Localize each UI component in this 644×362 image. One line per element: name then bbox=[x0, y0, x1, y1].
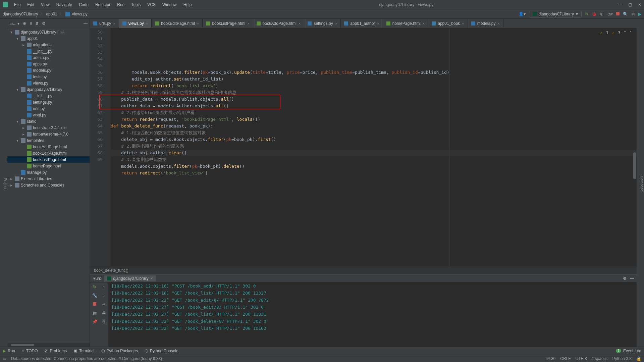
tree-item[interactable]: admin.py bbox=[7, 54, 90, 61]
code-line[interactable]: publish_data = models.Publish.objects.al… bbox=[111, 96, 637, 103]
run-tab-button[interactable]: ▶Run bbox=[3, 349, 15, 353]
tree-item[interactable]: ▾app01 bbox=[7, 35, 90, 42]
console-line[interactable]: [18/Dec/2022 12:02:27] "POST /book_edit/… bbox=[111, 304, 634, 311]
tree-arrow-icon[interactable]: ▸ bbox=[9, 176, 13, 181]
close-icon[interactable]: × bbox=[197, 21, 199, 25]
tools-icon[interactable]: 🔧 bbox=[92, 293, 97, 298]
close-icon[interactable]: × bbox=[497, 21, 499, 25]
code-line[interactable]: # 1.根据匹配到的数据主键值查询数据对象 bbox=[111, 130, 637, 136]
close-icon[interactable]: × bbox=[151, 276, 153, 281]
wrap-icon[interactable]: ↵ bbox=[102, 302, 106, 307]
profile-icon[interactable]: ◔▾ bbox=[607, 12, 613, 16]
breadcrumb[interactable]: app01 bbox=[46, 12, 57, 16]
tree-arrow-icon[interactable]: ▾ bbox=[15, 36, 19, 41]
code-breadcrumb[interactable]: book_delete_func() bbox=[90, 266, 637, 274]
tree-item[interactable]: ▾templates bbox=[7, 137, 90, 144]
code-line[interactable]: delete_obj.author.clear() bbox=[111, 150, 637, 156]
tree-item[interactable]: ▾djangoday07Library F:\A bbox=[7, 29, 90, 35]
tree-item[interactable]: urls.py bbox=[7, 105, 90, 112]
tree-arrow-icon[interactable]: ▸ bbox=[9, 183, 13, 188]
project-tree[interactable]: ▾djangoday07Library F:\A▾app01▸migration… bbox=[7, 28, 90, 343]
close-icon[interactable]: × bbox=[335, 21, 337, 25]
code-line[interactable]: models.Book.objects.filter(pk=book_pk).u… bbox=[111, 69, 637, 76]
run-console-output[interactable]: [18/Dec/2022 12:02:16] "POST /book_add/ … bbox=[109, 282, 637, 347]
debug-icon[interactable]: 🐞 bbox=[592, 12, 597, 16]
tree-arrow-icon[interactable]: ▸ bbox=[21, 43, 25, 47]
menu-view[interactable]: View bbox=[38, 2, 52, 8]
stop-icon[interactable] bbox=[93, 302, 96, 307]
tree-item[interactable]: homePage.html bbox=[7, 163, 90, 169]
tree-arrow-icon[interactable]: ▾ bbox=[15, 87, 19, 92]
python-interpreter[interactable]: Python 3.8 bbox=[612, 356, 632, 361]
python-packages-tab-button[interactable]: ⬡Python Packages bbox=[101, 349, 138, 353]
console-line[interactable]: [18/Dec/2022 12:02:22] "GET /book_edit/8… bbox=[111, 297, 634, 304]
tree-arrow-icon[interactable]: ▾ bbox=[15, 138, 19, 143]
code-line[interactable]: author_data = models.Author.objects.all(… bbox=[111, 103, 637, 109]
menu-refactor[interactable]: Refactor bbox=[93, 2, 113, 8]
caret-position[interactable]: 64:30 bbox=[545, 356, 555, 361]
breadcrumb[interactable]: views.py bbox=[72, 12, 88, 16]
close-icon[interactable]: × bbox=[299, 21, 301, 25]
menu-vcs[interactable]: VCS bbox=[145, 2, 158, 8]
tree-arrow-icon[interactable]: ▸ bbox=[21, 132, 25, 137]
menu-run[interactable]: Run bbox=[114, 2, 127, 8]
menu-help[interactable]: Help bbox=[181, 2, 195, 8]
down-icon[interactable]: ↓ bbox=[103, 293, 105, 298]
pin-icon[interactable]: 📌 bbox=[92, 319, 97, 324]
menu-file[interactable]: File bbox=[11, 2, 23, 8]
python-console-tab-button[interactable]: ⬡Python Console bbox=[145, 349, 178, 353]
menu-navigate[interactable]: Navigate bbox=[54, 2, 75, 8]
code-line[interactable]: # 3.根据分析可得，编辑页面也需要出版社信息和作者信息 bbox=[111, 89, 637, 96]
maximize-icon[interactable]: ▢ bbox=[628, 2, 632, 7]
settings-icon[interactable]: ⚙ bbox=[631, 12, 635, 16]
target-icon[interactable]: ⊕ bbox=[23, 21, 26, 26]
editor-tab[interactable]: bookListPage.html× bbox=[203, 19, 253, 28]
editor-tab[interactable]: urls.py× bbox=[90, 19, 119, 28]
editor-tab[interactable]: models.py× bbox=[468, 19, 503, 28]
console-line[interactable]: [18/Dec/2022 12:02:16] "GET /book_list/ … bbox=[111, 290, 634, 297]
code-line[interactable]: models.Book.objects.filter(pk=book_pk).d… bbox=[111, 163, 637, 170]
rerun-icon[interactable]: ↻ bbox=[93, 285, 96, 289]
code-line[interactable]: def book_delete_func(request, book_pk): bbox=[111, 123, 637, 130]
editor-tab[interactable]: app01_book× bbox=[428, 19, 468, 28]
menu-code[interactable]: Code bbox=[76, 2, 91, 8]
hide-icon[interactable]: — bbox=[630, 276, 634, 281]
breadcrumb[interactable]: djangoday07Library bbox=[3, 12, 38, 16]
database-tool-tab[interactable]: Database bbox=[640, 176, 644, 192]
chevron-up-icon[interactable]: ˄ bbox=[624, 30, 626, 36]
close-icon[interactable]: × bbox=[423, 21, 425, 25]
editor-tab[interactable]: bookAddPage.html× bbox=[253, 19, 305, 28]
up-icon[interactable]: ↑ bbox=[103, 285, 105, 289]
line-separator[interactable]: CRLF bbox=[560, 356, 571, 361]
tree-arrow-icon[interactable]: ▾ bbox=[9, 30, 13, 35]
editor-tab[interactable]: settings.py× bbox=[304, 19, 341, 28]
vertical-scrollbar[interactable] bbox=[633, 42, 636, 142]
console-line[interactable]: [18/Dec/2022 12:02:27] "GET /book_list/ … bbox=[111, 311, 634, 318]
todo-tab-button[interactable]: ≡TODO bbox=[22, 349, 38, 353]
close-icon[interactable]: × bbox=[113, 21, 115, 25]
close-icon[interactable]: ✕ bbox=[638, 2, 641, 7]
horizontal-scrollbar[interactable] bbox=[7, 343, 90, 347]
inspections-widget[interactable]: ⚠ 1 ⚠ 3 ˄ ˅ bbox=[600, 30, 632, 36]
tree-item[interactable]: models.py bbox=[7, 67, 90, 73]
menu-window[interactable]: Window bbox=[160, 2, 179, 8]
layout-icon[interactable]: ▤ bbox=[93, 311, 97, 315]
tree-arrow-icon[interactable]: ▸ bbox=[21, 125, 25, 130]
file-encoding[interactable]: UTF-8 bbox=[576, 356, 587, 361]
tree-item[interactable]: __init__.py bbox=[7, 48, 90, 54]
tree-item[interactable]: bookListPage.html bbox=[7, 156, 90, 163]
close-icon[interactable]: × bbox=[146, 21, 148, 25]
search-icon[interactable]: 🔍 bbox=[623, 12, 628, 16]
editor-tab[interactable]: app01_author× bbox=[341, 19, 383, 28]
run-tab[interactable]: djangoday07Library × bbox=[104, 275, 155, 281]
print-icon[interactable]: 🖶 bbox=[102, 311, 106, 315]
code-line[interactable]: # 2.传递给html页面并展示给用户看 bbox=[111, 109, 637, 116]
code-editor[interactable]: ⚠ 1 ⚠ 3 ˄ ˅ models.Book.objects.filter(p… bbox=[111, 28, 637, 266]
console-line[interactable]: [18/Dec/2022 12:02:32] "GET /book_delete… bbox=[111, 318, 634, 325]
menu-edit[interactable]: Edit bbox=[24, 2, 37, 8]
code-line[interactable]: return render(request, 'bookEditPage.htm… bbox=[111, 116, 637, 123]
editor-tab[interactable]: homePage.html× bbox=[383, 19, 428, 28]
tree-item[interactable]: ▾static bbox=[7, 118, 90, 124]
trash-icon[interactable]: 🗑 bbox=[102, 319, 106, 324]
editor-tab[interactable]: bookEditPage.html× bbox=[152, 19, 203, 28]
